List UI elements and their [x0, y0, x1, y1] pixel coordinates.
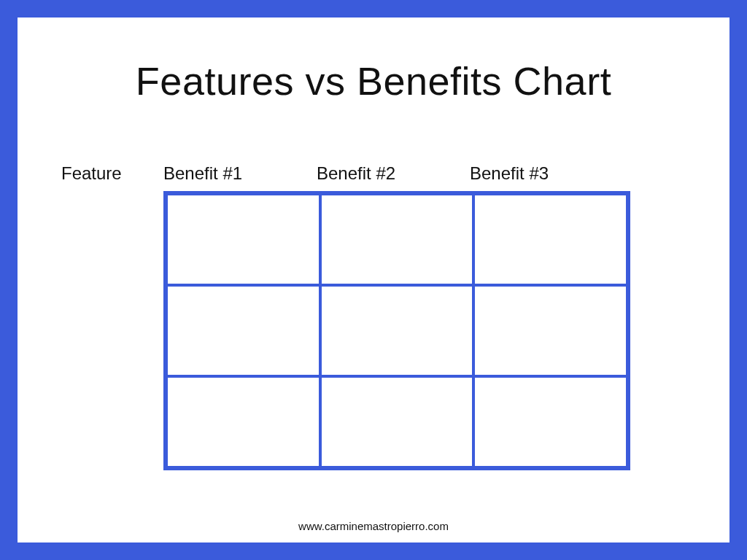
benefits-grid	[163, 191, 630, 470]
benefit1-column-header: Benefit #1	[163, 163, 317, 184]
grid-cell	[166, 285, 320, 376]
grid-cell	[320, 194, 474, 285]
grid-cell	[166, 194, 320, 285]
chart-title: Features vs Benefits Chart	[18, 58, 729, 104]
grid-cell	[320, 376, 474, 467]
benefit2-column-header: Benefit #2	[317, 163, 470, 184]
chart-frame: Features vs Benefits Chart Feature Benef…	[0, 0, 747, 560]
feature-column-header: Feature	[61, 163, 163, 184]
chart-area: Feature Benefit #1 Benefit #2 Benefit #3	[61, 163, 686, 470]
grid-cell	[320, 285, 474, 376]
benefit3-column-header: Benefit #3	[470, 163, 623, 184]
grid-cell	[473, 376, 627, 467]
grid-wrapper	[163, 191, 630, 470]
column-headers: Feature Benefit #1 Benefit #2 Benefit #3	[61, 163, 686, 184]
grid-cell	[166, 376, 320, 467]
grid-cell	[473, 285, 627, 376]
footer-url: www.carminemastropierro.com	[18, 520, 729, 532]
grid-cell	[473, 194, 627, 285]
